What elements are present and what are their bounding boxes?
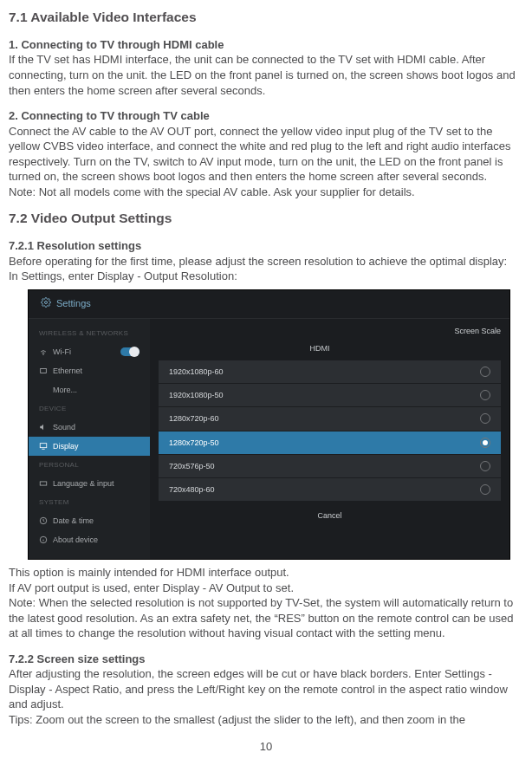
resolution-option[interactable]: 720x480p-60 [159, 478, 501, 502]
language-icon [39, 479, 48, 488]
ss-nav-more[interactable]: More... [29, 380, 150, 399]
clock-icon [39, 516, 48, 525]
sec-7-2-1-line1: Before operating for the first time, ple… [9, 254, 523, 269]
section-7-2-title: 7.2 Video Output Settings [9, 210, 523, 228]
resolution-option[interactable]: 1920x1080p-50 [159, 384, 501, 407]
ss-nav-date-label: Date & time [53, 516, 94, 526]
info-icon [39, 535, 48, 544]
sec-7-2-1-intro: 7.2.1 Resolution settings Before operati… [9, 238, 523, 284]
sec-7-2-2: 7.2.2 Screen size settings After adjusti… [9, 652, 523, 728]
sec-7-1-1-title: 1. Connecting to TV through HDMI cable [9, 37, 523, 53]
svg-rect-5 [40, 482, 47, 485]
svg-rect-2 [41, 368, 47, 373]
ss-nav-more-label: More... [53, 385, 77, 395]
wifi-toggle[interactable] [120, 347, 139, 356]
ss-main-panel: Screen Scale HDMI 1920x1080p-601920x1080… [150, 319, 509, 560]
after-img-3: Note: When the selected resolution is no… [9, 595, 523, 641]
resolution-option[interactable]: 1920x1080p-60 [159, 360, 501, 384]
ss-nav-ethernet-label: Ethernet [53, 366, 82, 376]
display-icon [39, 442, 48, 451]
wifi-icon [39, 347, 48, 356]
resolution-label: 1920x1080p-60 [169, 367, 224, 377]
resolution-option[interactable]: 1280x720p-60 [159, 407, 501, 431]
ss-section-personal: PERSONAL [29, 456, 150, 474]
ss-sidebar: WIRELESS & NETWORKS Wi-Fi Ethernet More.… [29, 319, 150, 560]
ss-section-system: SYSTEM [29, 493, 150, 511]
after-img-1: This option is mainly intended for HDMI … [9, 565, 523, 581]
resolution-option[interactable]: 720x576p-50 [159, 455, 501, 478]
resolution-option[interactable]: 1280x720p-50 [159, 431, 501, 455]
sec-7-1-2: 2. Connecting to TV through TV cable Con… [9, 108, 523, 199]
resolution-list: 1920x1080p-601920x1080p-501280x720p-6012… [159, 360, 501, 502]
sec-7-2-1-line2: In Settings, enter Display - Output Reso… [9, 269, 523, 284]
ss-nav-display[interactable]: Display [29, 437, 150, 456]
radio-icon [480, 390, 490, 400]
sec-7-1-2-body: Connect the AV cable to the AV OUT port,… [9, 124, 523, 185]
ss-nav-wifi[interactable]: Wi-Fi [29, 342, 150, 361]
ss-nav-sound[interactable]: Sound [29, 418, 150, 437]
sec-7-1-2-title: 2. Connecting to TV through TV cable [9, 108, 523, 124]
resolution-label: 720x480p-60 [169, 484, 215, 495]
ss-header-title: Settings [56, 297, 91, 310]
sec-7-1-2-note: Note: Not all models come with the speci… [9, 185, 523, 200]
radio-icon [480, 413, 490, 424]
sec-7-2-1-title: 7.2.1 Resolution settings [9, 238, 523, 254]
cancel-button[interactable]: Cancel [159, 502, 501, 529]
ss-nav-date[interactable]: Date & time [29, 511, 150, 530]
svg-point-0 [45, 301, 48, 303]
svg-point-1 [43, 354, 44, 354]
ss-screen-scale-label: Screen Scale [454, 326, 501, 336]
resolution-label: 1280x720p-60 [169, 413, 219, 424]
ss-nav-wifi-label: Wi-Fi [53, 347, 71, 357]
sec-7-2-2-tip: Tips: Zoom out the screen to the smalles… [9, 712, 523, 728]
radio-icon [480, 438, 490, 448]
radio-icon [480, 461, 490, 471]
page-number: 10 [9, 739, 523, 755]
resolution-label: 720x576p-50 [169, 461, 215, 471]
ss-section-wireless: WIRELESS & NETWORKS [29, 324, 150, 342]
sec-7-1-1-body: If the TV set has HDMI interface, the un… [9, 52, 523, 98]
ss-nav-language-label: Language & input [53, 478, 114, 489]
ss-nav-about-label: About device [53, 535, 98, 545]
ss-hdmi-label: HDMI [310, 344, 330, 353]
radio-icon [480, 367, 490, 377]
ss-header: Settings [29, 290, 509, 319]
sound-icon [39, 423, 48, 431]
ss-nav-sound-label: Sound [53, 422, 75, 432]
ethernet-icon [39, 367, 48, 375]
svg-rect-3 [40, 444, 47, 448]
settings-screenshot: Settings WIRELESS & NETWORKS Wi-Fi Ether… [28, 289, 510, 560]
sec-7-2-2-body: After adjusting the resolution, the scre… [9, 666, 523, 712]
gear-icon [41, 297, 51, 311]
sec-7-2-2-title: 7.2.2 Screen size settings [9, 652, 523, 667]
section-7-1-title: 7.1 Available Video Interfaces [9, 9, 523, 27]
ss-nav-display-label: Display [53, 441, 79, 451]
radio-icon [480, 484, 490, 495]
ss-nav-ethernet[interactable]: Ethernet [29, 361, 150, 380]
ss-nav-language[interactable]: Language & input [29, 474, 150, 493]
after-img-2: If AV port output is used, enter Display… [9, 581, 523, 596]
ss-nav-about[interactable]: About device [29, 530, 150, 549]
resolution-label: 1920x1080p-50 [169, 390, 224, 400]
sec-7-1-1: 1. Connecting to TV through HDMI cable I… [9, 37, 523, 98]
resolution-label: 1280x720p-50 [169, 438, 219, 448]
ss-section-device: DEVICE [29, 399, 150, 418]
